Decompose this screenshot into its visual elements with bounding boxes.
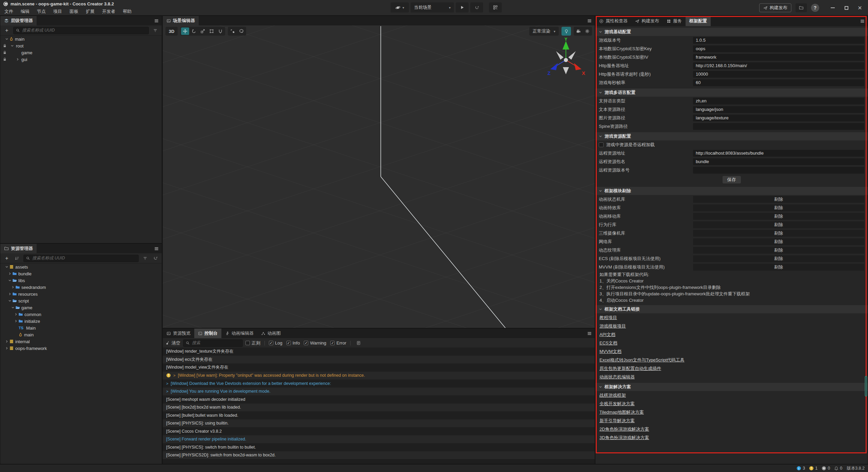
remove-button[interactable]: 剔除 bbox=[693, 221, 864, 228]
move-tool-button[interactable] bbox=[181, 27, 189, 35]
checkbox[interactable] bbox=[599, 142, 604, 147]
clear-console-button[interactable]: 清空 bbox=[165, 340, 180, 346]
open-project-folder-button[interactable] bbox=[795, 3, 807, 12]
coordinate-toggle-button[interactable] bbox=[237, 27, 245, 35]
menu-item[interactable]: 文件 bbox=[1, 7, 17, 16]
remove-button[interactable]: 剔除 bbox=[693, 230, 864, 237]
help-button[interactable]: ? bbox=[811, 4, 819, 12]
console-tab[interactable]: 控制台 bbox=[194, 329, 221, 338]
axis-gizmo[interactable]: Y X Z bbox=[546, 38, 587, 82]
remove-button[interactable]: 剔除 bbox=[693, 196, 864, 203]
panel-menu-icon[interactable] bbox=[587, 18, 592, 23]
scene-viewport[interactable]: 3D 正常渲染▾ bbox=[163, 25, 595, 328]
doc-link[interactable]: 原生包热更新配置自动生成插件 bbox=[599, 366, 661, 372]
render-mode-select[interactable]: 正常渲染▾ bbox=[529, 27, 559, 36]
menu-item[interactable]: 开发者 bbox=[98, 7, 119, 16]
tree-item[interactable]: gui bbox=[0, 56, 162, 63]
tree-item[interactable]: bundle bbox=[0, 270, 162, 277]
config-input[interactable]: bundle bbox=[693, 158, 864, 165]
panel-menu-icon[interactable] bbox=[860, 19, 865, 24]
console-tab[interactable]: 资源预览 bbox=[163, 329, 194, 338]
play-button[interactable] bbox=[456, 2, 469, 13]
section-header[interactable]: 框架文档工具链接 bbox=[595, 305, 868, 313]
status-error-count[interactable]: 0 bbox=[822, 466, 830, 471]
log-row[interactable]: [Window] ecs文件夹存在 bbox=[163, 356, 595, 364]
doc-link[interactable]: Tiledmap地图解决方案 bbox=[599, 409, 644, 415]
preview-qr-button[interactable] bbox=[489, 2, 502, 13]
log-row[interactable]: [Scene] [box2d]:box2d wasm lib loaded. bbox=[163, 404, 595, 412]
filter-error-checkbox[interactable]: ✓Error bbox=[330, 340, 346, 346]
ui-transform-tool-button[interactable] bbox=[216, 27, 224, 35]
expand-arrow-icon[interactable]: > bbox=[166, 389, 168, 393]
status-bell-count[interactable]: 0 bbox=[834, 466, 842, 471]
config-input[interactable] bbox=[693, 167, 864, 174]
tree-item[interactable]: resources bbox=[0, 291, 162, 297]
doc-link[interactable]: API文档 bbox=[599, 332, 615, 338]
tree-item[interactable]: oops-framework bbox=[0, 345, 162, 352]
menu-item[interactable]: 面板 bbox=[66, 7, 82, 16]
menu-item[interactable]: 编辑 bbox=[17, 7, 33, 16]
menu-item[interactable]: 扩展 bbox=[82, 7, 98, 16]
minimize-button[interactable] bbox=[828, 3, 837, 13]
gear-icon[interactable] bbox=[583, 27, 591, 35]
log-row[interactable]: >[Window] You are running Vue in develop… bbox=[163, 388, 595, 396]
filter-info-checkbox[interactable]: ✓Info bbox=[287, 340, 300, 346]
console-tab[interactable]: 动画编辑器 bbox=[221, 329, 257, 338]
status-info-count[interactable]: 3 bbox=[796, 466, 805, 471]
doc-link[interactable]: 教程项目 bbox=[599, 315, 617, 321]
remove-button[interactable]: 剔除 bbox=[693, 204, 864, 211]
remove-button[interactable]: 剔除 bbox=[693, 247, 864, 254]
menu-item[interactable]: 节点 bbox=[33, 7, 50, 16]
log-row[interactable]: [Scene] Forward render pipeline initiali… bbox=[163, 435, 595, 444]
tab-scene[interactable]: 场景编辑器 bbox=[163, 16, 199, 25]
config-input[interactable]: zh,en bbox=[693, 98, 864, 104]
config-tab-3[interactable]: 框架配置 bbox=[686, 16, 711, 26]
log-row[interactable]: [Scene] [PHYSICS]: switch from builtin t… bbox=[163, 443, 595, 451]
filter-icon[interactable] bbox=[141, 255, 149, 262]
doc-link[interactable]: 战棋游戏框架 bbox=[599, 392, 626, 398]
filter-log-checkbox[interactable]: ✓Log bbox=[269, 340, 282, 346]
log-row[interactable]: [Scene] meshopt wasm decoder initialized bbox=[163, 395, 595, 404]
config-input[interactable]: 1.0.5 bbox=[693, 37, 864, 44]
config-input[interactable]: language/texture bbox=[693, 115, 864, 121]
config-input[interactable]: language/json bbox=[693, 106, 864, 113]
close-button[interactable]: ✕ bbox=[855, 3, 865, 13]
log-row[interactable]: [Scene] Cocos Creator v3.8.2 bbox=[163, 427, 595, 435]
rotate-tool-button[interactable] bbox=[190, 27, 198, 35]
panel-menu-icon[interactable] bbox=[154, 246, 159, 251]
tree-item[interactable]: assets bbox=[0, 263, 162, 270]
config-input[interactable]: 60 bbox=[693, 79, 864, 86]
remove-button[interactable]: 剔除 bbox=[693, 255, 864, 262]
tree-item[interactable]: internal bbox=[0, 338, 162, 345]
tab-assets[interactable]: 资源管理器 bbox=[0, 244, 37, 253]
tree-item[interactable]: common bbox=[0, 311, 162, 318]
log-row[interactable]: [Scene] [bullet]:bullet wasm lib loaded. bbox=[163, 411, 595, 419]
doc-link[interactable]: 动画状态机编辑器 bbox=[599, 374, 635, 380]
restart-button[interactable] bbox=[470, 2, 483, 13]
create-asset-button[interactable]: + bbox=[3, 255, 11, 262]
config-tab-2[interactable]: 服务 bbox=[663, 16, 686, 26]
log-row[interactable]: [Scene] [PHYSICS]: using builtin. bbox=[163, 419, 595, 428]
doc-link[interactable]: Excel格式转Json文件与TypeScript代码工具 bbox=[599, 357, 685, 363]
section-header[interactable]: 游戏资源配置 bbox=[595, 132, 868, 140]
preview-target-button[interactable]: ▾ bbox=[391, 2, 409, 13]
tree-item[interactable]: initialize bbox=[0, 318, 162, 324]
status-warn-count[interactable]: 1 bbox=[809, 466, 817, 471]
log-row[interactable]: >[Window] [Vue warn]: Property "onInput"… bbox=[163, 372, 595, 380]
filter-icon[interactable] bbox=[152, 27, 159, 34]
section-header[interactable]: 框架模块剔除 bbox=[595, 187, 868, 195]
panel-menu-icon[interactable] bbox=[154, 18, 159, 23]
rect-tool-button[interactable] bbox=[208, 27, 216, 35]
remove-button[interactable]: 剔除 bbox=[693, 213, 864, 220]
hierarchy-search-input[interactable]: 搜索名称或 UUID bbox=[13, 27, 149, 34]
config-input[interactable]: http://localhost:8083/assets/bundle bbox=[693, 150, 864, 157]
doc-link[interactable]: 游戏模板项目 bbox=[599, 323, 626, 329]
scrollbar-thumb[interactable] bbox=[865, 376, 867, 396]
expand-arrow-icon[interactable]: > bbox=[173, 373, 175, 377]
refresh-icon[interactable] bbox=[152, 255, 159, 262]
scene-select[interactable]: 当前场景▾ bbox=[411, 2, 454, 13]
config-tab-1[interactable]: 构建发布 bbox=[631, 16, 663, 26]
doc-link[interactable]: 新手引导解决方案 bbox=[599, 418, 635, 424]
tree-item[interactable]: seedrandom bbox=[0, 284, 162, 291]
create-node-button[interactable]: + bbox=[3, 27, 11, 34]
